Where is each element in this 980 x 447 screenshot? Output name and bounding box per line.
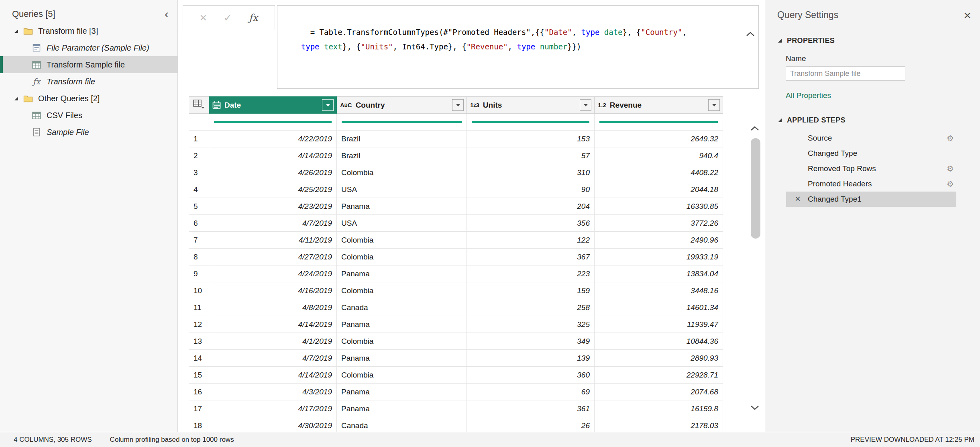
cell[interactable]: 4/16/2019 xyxy=(209,282,337,299)
row-number[interactable]: 14 xyxy=(189,350,209,367)
cell[interactable]: Canada xyxy=(337,417,467,432)
commit-formula-icon[interactable]: ✓ xyxy=(224,12,232,24)
cell[interactable]: Colombia xyxy=(337,249,467,265)
applied-step[interactable]: Source⚙ xyxy=(786,131,956,146)
cell[interactable]: 4/3/2019 xyxy=(209,384,337,400)
cell[interactable]: 367 xyxy=(467,249,595,265)
cell[interactable]: Panama xyxy=(337,265,467,282)
cell[interactable]: 90 xyxy=(467,181,595,198)
query-name-input[interactable] xyxy=(786,66,905,81)
query-item[interactable]: File Parameter (Sample File) xyxy=(0,39,177,56)
collapse-formula-icon[interactable] xyxy=(709,12,755,55)
cell[interactable]: 2178.03 xyxy=(595,417,723,432)
close-settings-icon[interactable]: × xyxy=(964,10,971,20)
row-number[interactable]: 1 xyxy=(189,131,209,147)
cell[interactable]: 159 xyxy=(467,282,595,299)
step-settings-gear-icon[interactable]: ⚙ xyxy=(947,164,956,173)
expander-icon[interactable] xyxy=(14,97,18,100)
column-header-revenue[interactable]: 1.2Revenue xyxy=(595,97,723,114)
fx-icon[interactable]: ƒx xyxy=(249,12,258,23)
cell[interactable]: 940.4 xyxy=(595,147,723,164)
formula-bar[interactable]: = Table.TransformColumnTypes(#"Promoted … xyxy=(277,5,759,89)
applied-steps-section-header[interactable]: APPLIED STEPS xyxy=(778,116,980,125)
cell[interactable]: 2044.18 xyxy=(595,181,723,198)
cancel-formula-icon[interactable]: × xyxy=(200,11,207,24)
cell[interactable]: 3448.16 xyxy=(595,282,723,299)
row-number[interactable]: 5 xyxy=(189,198,209,215)
cell[interactable]: 11939.47 xyxy=(595,316,723,333)
cell[interactable]: 26 xyxy=(467,417,595,432)
filter-dropdown-button[interactable] xyxy=(322,99,334,111)
cell[interactable]: 204 xyxy=(467,198,595,215)
row-number[interactable]: 10 xyxy=(189,282,209,299)
row-number[interactable]: 11 xyxy=(189,299,209,316)
cell[interactable]: 4/22/2019 xyxy=(209,131,337,147)
cell[interactable]: 4/14/2019 xyxy=(209,316,337,333)
expander-icon[interactable] xyxy=(778,39,782,43)
cell[interactable]: Panama xyxy=(337,316,467,333)
column-header-units[interactable]: 123Units xyxy=(467,97,595,114)
cell[interactable]: 13834.04 xyxy=(595,265,723,282)
row-number[interactable]: 15 xyxy=(189,367,209,384)
cell[interactable]: 4/14/2019 xyxy=(209,147,337,164)
query-group[interactable]: Transform file [3] xyxy=(0,22,177,39)
cell[interactable]: 16330.85 xyxy=(595,198,723,215)
cell[interactable]: 69 xyxy=(467,384,595,400)
cell[interactable]: 4/27/2019 xyxy=(209,249,337,265)
cell[interactable]: 4/17/2019 xyxy=(209,400,337,417)
cell[interactable]: 360 xyxy=(467,367,595,384)
cell[interactable]: 22928.71 xyxy=(595,367,723,384)
scroll-down-icon[interactable] xyxy=(750,405,760,412)
cell[interactable]: Panama xyxy=(337,400,467,417)
cell[interactable]: Canada xyxy=(337,299,467,316)
cell[interactable]: 19933.19 xyxy=(595,249,723,265)
all-properties-link[interactable]: All Properties xyxy=(786,91,980,100)
row-number[interactable]: 3 xyxy=(189,164,209,181)
expander-icon[interactable] xyxy=(778,118,782,122)
cell[interactable]: 258 xyxy=(467,299,595,316)
status-profiling-info[interactable]: Column profiling based on top 1000 rows xyxy=(110,436,234,444)
step-settings-gear-icon[interactable]: ⚙ xyxy=(947,133,956,143)
cell[interactable]: 16159.8 xyxy=(595,400,723,417)
row-number[interactable]: 16 xyxy=(189,384,209,400)
cell[interactable]: 139 xyxy=(467,350,595,367)
column-header-date[interactable]: Date xyxy=(209,97,337,114)
cell[interactable]: Colombia xyxy=(337,333,467,350)
cell[interactable]: 4/7/2019 xyxy=(209,350,337,367)
cell[interactable]: 325 xyxy=(467,316,595,333)
cell[interactable]: 4/26/2019 xyxy=(209,164,337,181)
cell[interactable]: 310 xyxy=(467,164,595,181)
applied-step[interactable]: Changed Type xyxy=(786,146,956,161)
cell[interactable]: 153 xyxy=(467,131,595,147)
cell[interactable]: 57 xyxy=(467,147,595,164)
row-number[interactable]: 18 xyxy=(189,417,209,432)
cell[interactable]: 4408.22 xyxy=(595,164,723,181)
filter-dropdown-button[interactable] xyxy=(452,99,464,111)
column-header-country[interactable]: ABCCountry xyxy=(337,97,467,114)
cell[interactable]: Colombia xyxy=(337,367,467,384)
properties-section-header[interactable]: PROPERTIES xyxy=(778,37,980,45)
expander-icon[interactable] xyxy=(14,29,18,33)
cell[interactable]: 10844.36 xyxy=(595,333,723,350)
cell[interactable]: 4/14/2019 xyxy=(209,367,337,384)
step-settings-gear-icon[interactable]: ⚙ xyxy=(947,179,956,189)
cell[interactable]: 349 xyxy=(467,333,595,350)
applied-step[interactable]: Promoted Headers⚙ xyxy=(786,176,956,192)
cell[interactable]: Brazil xyxy=(337,131,467,147)
cell[interactable]: 4/23/2019 xyxy=(209,198,337,215)
cell[interactable]: Panama xyxy=(337,350,467,367)
cell[interactable]: 2490.96 xyxy=(595,232,723,249)
filter-dropdown-button[interactable] xyxy=(708,99,720,111)
cell[interactable]: 4/25/2019 xyxy=(209,181,337,198)
cell[interactable]: 4/24/2019 xyxy=(209,265,337,282)
cell[interactable]: 4/1/2019 xyxy=(209,333,337,350)
query-item[interactable]: Transform Sample file xyxy=(0,56,177,73)
scroll-up-icon[interactable] xyxy=(750,125,760,133)
filter-dropdown-button[interactable] xyxy=(580,99,591,111)
cell[interactable]: 2890.93 xyxy=(595,350,723,367)
cell[interactable]: Panama xyxy=(337,198,467,215)
row-number[interactable]: 4 xyxy=(189,181,209,198)
table-menu-button[interactable] xyxy=(189,97,209,114)
row-number[interactable]: 7 xyxy=(189,232,209,249)
cell[interactable]: 356 xyxy=(467,215,595,232)
